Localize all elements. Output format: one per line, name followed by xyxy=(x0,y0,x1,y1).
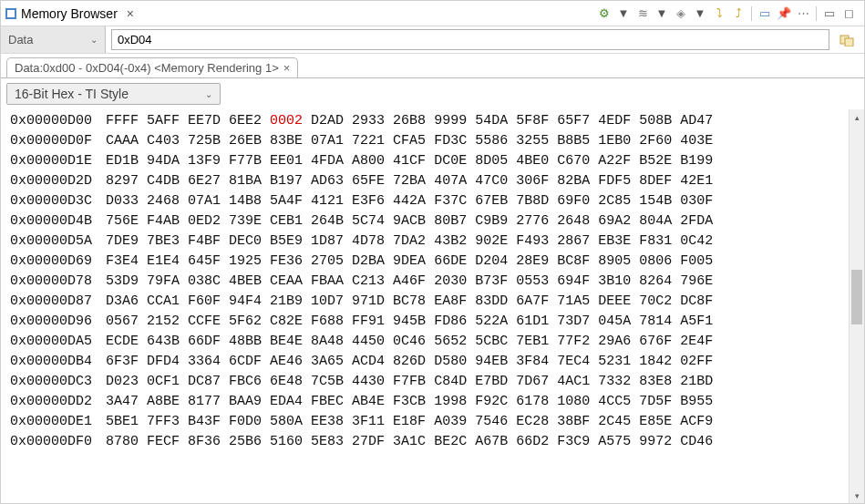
memory-word[interactable]: B5E9 xyxy=(270,231,303,252)
memory-word[interactable]: 4BE0 xyxy=(516,151,549,171)
memory-word[interactable]: 9972 xyxy=(639,432,672,452)
memory-word[interactable]: 038C xyxy=(188,272,221,292)
memory-word[interactable]: A67B xyxy=(475,432,508,452)
new-tab-icon[interactable]: ▭ xyxy=(757,5,773,22)
memory-word[interactable]: 2C45 xyxy=(598,412,631,432)
memory-word[interactable]: 5E83 xyxy=(311,432,344,452)
memory-word[interactable]: 3255 xyxy=(516,131,549,151)
memory-word[interactable]: 1D87 xyxy=(311,231,344,252)
memory-word[interactable]: 0567 xyxy=(106,312,139,332)
memory-word[interactable]: 5A4F xyxy=(270,191,303,211)
memory-word[interactable]: EC28 xyxy=(516,412,549,432)
memory-word[interactable]: 4FDA xyxy=(311,151,344,171)
memory-word[interactable]: 5AFF xyxy=(147,111,180,131)
memory-word[interactable]: 82BA xyxy=(557,171,590,191)
memory-word[interactable]: B197 xyxy=(270,171,303,191)
memory-word[interactable]: 0C42 xyxy=(680,231,713,252)
memory-word[interactable]: 643B xyxy=(147,332,180,352)
memory-word[interactable]: FD86 xyxy=(434,312,467,332)
memory-word[interactable]: D023 xyxy=(106,372,139,392)
memory-word[interactable]: 6F3F xyxy=(106,352,139,372)
minimize-icon[interactable]: ▭ xyxy=(821,5,838,22)
memory-word[interactable]: 6178 xyxy=(516,392,549,412)
memory-word[interactable]: EE01 xyxy=(270,151,303,171)
memory-word[interactable]: 67EB xyxy=(475,191,508,211)
memory-word[interactable]: 1080 xyxy=(557,392,590,412)
memory-word[interactable]: 7546 xyxy=(475,412,508,432)
memory-word[interactable]: 5F8F xyxy=(516,111,549,131)
memory-word[interactable]: 306F xyxy=(516,171,549,191)
memory-word[interactable]: 73D7 xyxy=(557,312,590,332)
memory-word[interactable]: 8905 xyxy=(598,252,631,272)
memory-word[interactable]: E3F6 xyxy=(352,191,385,211)
memory-word[interactable]: 7EC4 xyxy=(557,352,590,372)
memory-word[interactable]: BC78 xyxy=(393,292,426,312)
memory-word[interactable]: F60F xyxy=(188,292,221,312)
memory-word[interactable]: 13F9 xyxy=(188,151,221,171)
memory-word[interactable]: 6CDF xyxy=(229,352,262,372)
memory-word[interactable]: 3A1C xyxy=(393,432,426,452)
memory-word[interactable]: 07A1 xyxy=(188,191,221,211)
memory-word[interactable]: 2867 xyxy=(557,231,590,252)
memory-word[interactable]: C82E xyxy=(270,312,303,332)
memory-word[interactable]: 5652 xyxy=(434,332,467,352)
memory-word[interactable]: 38BF xyxy=(557,412,590,432)
close-view-button[interactable]: × xyxy=(123,6,138,21)
memory-word[interactable]: 4CC5 xyxy=(598,392,631,412)
memory-word[interactable]: FBEC xyxy=(311,392,344,412)
memory-word[interactable]: 14B8 xyxy=(229,191,262,211)
memory-word[interactable]: D2BA xyxy=(352,252,385,272)
memory-word[interactable]: 403E xyxy=(680,131,713,151)
memory-word[interactable]: 4EDF xyxy=(598,111,631,131)
memory-word[interactable]: 8F36 xyxy=(188,432,221,452)
scrollbar-thumb[interactable] xyxy=(851,270,862,324)
memory-word[interactable]: CFA5 xyxy=(393,131,426,151)
memory-word[interactable]: AD47 xyxy=(680,111,713,131)
memory-word[interactable]: 7D5F xyxy=(639,392,672,412)
memory-word[interactable]: 2705 xyxy=(311,252,344,272)
memory-word[interactable]: 971D xyxy=(352,292,385,312)
close-tab-button[interactable]: × xyxy=(283,61,291,75)
memory-word[interactable]: 83BE xyxy=(270,131,303,151)
memory-word[interactable]: A575 xyxy=(598,432,631,452)
memory-word[interactable]: FD3C xyxy=(434,131,467,151)
memory-word[interactable]: A5F1 xyxy=(680,312,713,332)
memory-word[interactable]: 21BD xyxy=(680,372,713,392)
memory-word[interactable]: 7BE3 xyxy=(147,231,180,252)
chip-icon[interactable]: ⚙ xyxy=(596,5,613,22)
memory-word[interactable]: 7C5B xyxy=(311,372,344,392)
memory-word[interactable]: 522A xyxy=(475,312,508,332)
memory-word[interactable]: 2468 xyxy=(147,191,180,211)
memory-word[interactable]: C4DB xyxy=(147,171,180,191)
memory-word[interactable]: 8177 xyxy=(188,392,221,412)
memory-word[interactable]: 4D78 xyxy=(352,231,385,252)
menu-icon[interactable]: ⋯ xyxy=(795,5,811,22)
memory-word[interactable]: DC8F xyxy=(680,292,713,312)
memory-word[interactable]: D033 xyxy=(106,191,139,211)
memory-word[interactable]: DEC0 xyxy=(229,231,262,252)
memory-word[interactable]: 0ED2 xyxy=(188,211,221,231)
memory-word[interactable]: 2FDA xyxy=(680,211,713,231)
memory-word[interactable]: A800 xyxy=(352,151,385,171)
memory-word[interactable]: 739E xyxy=(229,211,262,231)
memory-word[interactable]: 5160 xyxy=(270,432,303,452)
memory-word[interactable]: B43F xyxy=(188,412,221,432)
memory-word[interactable]: FDF5 xyxy=(598,171,631,191)
memory-word[interactable]: 7221 xyxy=(352,131,385,151)
memory-word[interactable]: 80B7 xyxy=(434,211,467,231)
memory-word[interactable]: 8780 xyxy=(106,432,139,452)
memory-word[interactable]: 42E1 xyxy=(680,171,713,191)
memory-word[interactable]: F37C xyxy=(434,191,467,211)
memory-word[interactable]: 66DE xyxy=(434,252,467,272)
memory-word[interactable]: 71A5 xyxy=(557,292,590,312)
memory-word[interactable]: C84D xyxy=(434,372,467,392)
memory-word[interactable]: 9DEA xyxy=(393,252,426,272)
memory-word[interactable]: DC87 xyxy=(188,372,221,392)
vertical-scrollbar[interactable]: ▴ ▾ xyxy=(849,109,864,503)
pin-icon[interactable]: 📌 xyxy=(776,5,792,22)
memory-word[interactable]: ACF9 xyxy=(680,412,713,432)
memory-word[interactable]: 43B2 xyxy=(434,231,467,252)
memory-word[interactable]: C403 xyxy=(147,131,180,151)
memory-word[interactable]: 0806 xyxy=(639,252,672,272)
memory-word[interactable]: 48BB xyxy=(229,332,262,352)
